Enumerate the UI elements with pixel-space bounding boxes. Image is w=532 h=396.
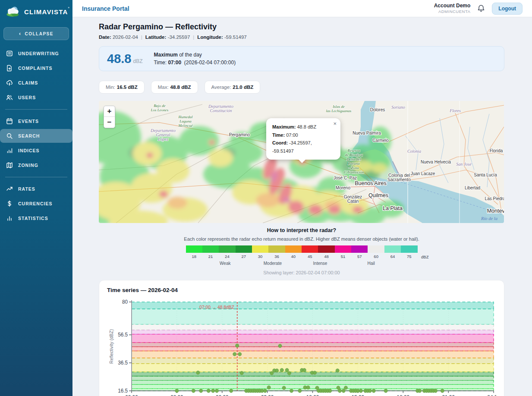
x-tick-label: 15:00 bbox=[352, 394, 365, 396]
data-point bbox=[306, 386, 310, 389]
sidebar-item-zoning[interactable]: ZONING bbox=[0, 158, 72, 172]
claims-icon bbox=[6, 79, 13, 86]
sidebar-divider bbox=[5, 177, 67, 177]
sidebar-item-indices[interactable]: INDICES bbox=[0, 144, 72, 157]
data-point bbox=[359, 389, 362, 393]
meta-separator: | bbox=[141, 35, 142, 40]
data-point bbox=[282, 386, 286, 390]
date-label: Date: bbox=[99, 35, 111, 40]
x-tick-label: 09:00 bbox=[261, 394, 274, 396]
data-point bbox=[298, 389, 302, 393]
stat-chip-0: Min:16.5 dBZ bbox=[99, 81, 145, 94]
sidebar-item-search[interactable]: SEARCH bbox=[0, 129, 72, 143]
maximum-value: 48.8 bbox=[107, 52, 131, 66]
sidebar-item-rates[interactable]: RATES bbox=[0, 182, 72, 196]
maximum-rest: of the day bbox=[178, 52, 202, 58]
colorbar-swatch-60 bbox=[368, 245, 384, 253]
stats-chips: Min:16.5 dBZMax:48.8 dBZAverage:21.0 dBZ bbox=[99, 81, 504, 94]
map-label: Montevideo bbox=[487, 208, 504, 214]
y-tick-label: 16.5 bbox=[118, 388, 128, 394]
colorbar-tick: 57 bbox=[351, 254, 368, 259]
sidebar-item-currencies[interactable]: CURRENCIES bbox=[0, 197, 72, 211]
map-label: Nueva Helvecia bbox=[421, 160, 451, 164]
map-label: Moreno bbox=[336, 185, 350, 190]
zoom-in-button[interactable]: + bbox=[104, 106, 115, 117]
map-label: Colonia bbox=[407, 149, 421, 154]
popup-max-value: 48.8 dBZ bbox=[297, 124, 316, 129]
radar-legend: How to interpret the radar? Each color r… bbox=[99, 227, 504, 275]
sidebar-item-label: CLAIMS bbox=[18, 80, 38, 85]
collapse-label: COLLAPSE bbox=[25, 31, 54, 36]
statistics-icon bbox=[6, 215, 13, 222]
data-point bbox=[230, 389, 233, 393]
date-value: 2026-02-04 bbox=[113, 35, 138, 40]
sidebar-item-label: SEARCH bbox=[18, 133, 40, 138]
brand: CLIMAVISTA° bbox=[0, 0, 72, 23]
stat-chip-1: Max:48.8 dBZ bbox=[151, 81, 198, 94]
colorbar: 1821242730364045485157606475 dBZ WeakMod… bbox=[186, 245, 418, 267]
x-tick-label: 03:00 bbox=[170, 394, 183, 396]
data-point bbox=[302, 368, 306, 372]
max-moment-label: 07:00 → 48.8dBZ bbox=[199, 305, 234, 310]
rates-icon bbox=[6, 185, 13, 192]
map-label: Juan Lacaze bbox=[411, 171, 435, 176]
chart-band bbox=[132, 302, 494, 309]
x-tick-label: 18:00 bbox=[397, 394, 410, 396]
map-label: Santa Lucía bbox=[474, 173, 497, 177]
data-point bbox=[328, 389, 332, 393]
sidebar-item-label: USERS bbox=[18, 95, 36, 100]
colorbar-swatch-27 bbox=[236, 245, 252, 253]
data-point bbox=[236, 344, 239, 347]
map-label: Nueva Palmira bbox=[353, 131, 381, 135]
popup-time-label: Time: bbox=[272, 132, 285, 138]
maximum-description: Maximum of the day Time: 07:00 (2026-02-… bbox=[154, 51, 236, 66]
data-point bbox=[418, 389, 422, 393]
data-point bbox=[441, 389, 444, 393]
topbar-right: Account Demo ADMINCUENTA Logout bbox=[434, 3, 523, 15]
data-point bbox=[199, 389, 203, 393]
colorbar-tick: 64 bbox=[384, 254, 401, 259]
radar-map[interactable]: Bajo deLos LeonesDepartamentoConstitució… bbox=[99, 101, 504, 223]
y-tick-label: 80 bbox=[122, 299, 128, 305]
sidebar-item-users[interactable]: USERS bbox=[0, 91, 72, 104]
portal-title-link[interactable]: Insurance Portal bbox=[82, 5, 129, 12]
colorbar-swatch-24 bbox=[219, 245, 235, 253]
colorbar-unit: dBZ bbox=[421, 255, 428, 259]
sidebar-item-statistics[interactable]: STATISTICS bbox=[0, 211, 72, 225]
account-role: ADMINCUENTA bbox=[434, 9, 471, 14]
timeseries-chart[interactable]: 07:00 → 48.8dBZ16.536.556.58000:0003:000… bbox=[107, 299, 496, 396]
colorbar-tick: 60 bbox=[368, 254, 384, 259]
data-point bbox=[192, 389, 195, 393]
colorbar-tick: 30 bbox=[252, 254, 268, 259]
sidebar-item-underwriting[interactable]: UNDERWRITING bbox=[0, 47, 72, 60]
sidebar-item-events[interactable]: EVENTS bbox=[0, 114, 72, 128]
legend-category-intense: Intense bbox=[313, 261, 327, 266]
data-point bbox=[278, 344, 282, 348]
map-label: La Plata bbox=[383, 205, 403, 211]
map-label: Quilmes bbox=[368, 192, 388, 198]
notifications-bell-icon[interactable] bbox=[477, 4, 485, 13]
data-point bbox=[344, 386, 347, 390]
popup-close-icon[interactable]: × bbox=[333, 121, 337, 126]
sidebar-item-label: ZONING bbox=[18, 163, 38, 168]
sidebar-item-claims[interactable]: CLAIMS bbox=[0, 76, 72, 90]
colorbar-tick: 45 bbox=[302, 254, 318, 259]
climavista-logo-icon bbox=[5, 5, 21, 19]
collapse-sidebar-button[interactable]: ‹ COLLAPSE bbox=[3, 27, 69, 40]
colorbar-tick: 40 bbox=[285, 254, 302, 259]
zoom-out-button[interactable]: − bbox=[104, 117, 115, 128]
colorbar-swatch-30 bbox=[252, 245, 268, 253]
legend-category-hail: Hail bbox=[367, 261, 375, 266]
sidebar-item-complaints[interactable]: COMPLAINTS bbox=[0, 61, 72, 75]
logout-button[interactable]: Logout bbox=[492, 3, 523, 15]
meta-line: Date: 2026-02-04 | Latitude: -34.25597 |… bbox=[99, 35, 504, 40]
sidebar-item-label: RATES bbox=[18, 186, 35, 192]
colorbar-swatch-18 bbox=[186, 245, 202, 253]
showing-layer-text: Showing layer: 2026-02-04 07:00:00 bbox=[99, 270, 504, 275]
map-label: José C. Paz bbox=[334, 176, 357, 180]
legend-category-moderate: Moderate bbox=[264, 261, 282, 266]
map-zoom-control: + − bbox=[104, 106, 115, 128]
colorbar-swatch-75 bbox=[401, 245, 417, 253]
sidebar-item-label: CURRENCIES bbox=[18, 201, 52, 206]
map-label: San José bbox=[456, 162, 472, 167]
